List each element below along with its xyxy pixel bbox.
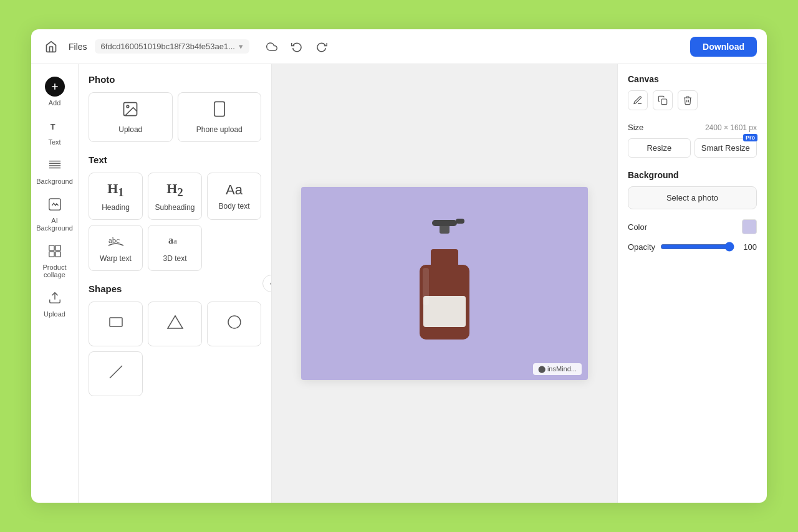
warp-text-icon: abc: [108, 233, 124, 250]
home-button[interactable]: [41, 37, 61, 57]
cloud-sync-button[interactable]: [262, 37, 282, 57]
product-bottle: [401, 215, 488, 352]
chevron-down-icon: ▾: [239, 42, 243, 51]
opacity-slider[interactable]: [660, 242, 734, 252]
sidebar-upload-label: Upload: [44, 310, 65, 318]
text-section-title: Text: [89, 154, 261, 165]
svg-rect-27: [432, 220, 457, 226]
size-label: Size: [628, 123, 643, 132]
phone-upload-item[interactable]: Phone upload: [178, 92, 262, 142]
canvas-section: Canvas: [628, 74, 757, 110]
add-label: Add: [49, 99, 61, 107]
panel-collapse-button[interactable]: ‹: [262, 275, 272, 292]
delete-tool-button[interactable]: [678, 90, 698, 110]
canvas-title: Canvas: [628, 74, 757, 84]
svg-point-14: [127, 105, 129, 108]
shapes-section: Shapes: [89, 283, 261, 396]
upload-icon: [48, 291, 62, 308]
opacity-slider-wrap: [660, 242, 734, 252]
color-swatch[interactable]: [742, 219, 757, 234]
size-value: 2400 × 1601 px: [705, 123, 757, 132]
rectangle-shape-item[interactable]: [89, 302, 143, 346]
body-text-item[interactable]: Aa Body text: [207, 173, 261, 220]
sidebar-item-upload[interactable]: Upload: [35, 286, 75, 323]
top-bar: Files 6fdcd160051019bc18f73b4fe53ae1... …: [31, 29, 767, 64]
color-row: Color: [628, 219, 757, 234]
canvas: ⬤ insMind...: [301, 187, 588, 380]
background-icon: [48, 158, 62, 175]
svg-rect-10: [49, 252, 54, 257]
body-text-icon: Aa: [226, 182, 243, 198]
warp-text-label: Warp text: [100, 254, 132, 263]
select-photo-button[interactable]: Select a photo: [628, 186, 757, 209]
svg-line-23: [110, 366, 122, 378]
style-tool-button[interactable]: [628, 90, 648, 110]
file-name-display[interactable]: 6fdcd160051019bc18f73b4fe53ae1... ▾: [95, 39, 249, 54]
opacity-value: 100: [739, 242, 757, 252]
upload-photo-icon: [122, 100, 139, 121]
upload-photo-item[interactable]: Upload: [89, 92, 173, 142]
circle-shape-item[interactable]: [207, 302, 261, 346]
resize-button[interactable]: Resize: [628, 138, 691, 158]
watermark: ⬤ insMind...: [533, 363, 582, 375]
shapes-grid: [89, 302, 261, 396]
line-shape-item[interactable]: [89, 351, 143, 396]
sidebar-item-background[interactable]: Background: [35, 153, 75, 190]
sidebar-item-product-collage[interactable]: Product collage: [35, 239, 75, 283]
svg-text:a: a: [168, 235, 173, 245]
text-section: Text H1 Heading H2 Subheading Aa Body te…: [89, 154, 261, 271]
background-title: Background: [628, 170, 757, 180]
left-panel: Photo Upload: [79, 64, 272, 503]
svg-rect-9: [55, 245, 60, 250]
background-section: Background Select a photo Color Opacity …: [628, 170, 757, 252]
svg-rect-28: [456, 219, 464, 224]
collage-icon: [48, 244, 62, 261]
subheading-item[interactable]: H2 Subheading: [148, 173, 202, 220]
sidebar-collage-label: Product collage: [39, 264, 71, 278]
3d-text-icon: a a: [167, 233, 183, 250]
line-icon: [107, 363, 125, 384]
resize-buttons: Resize Smart Resize Pro: [628, 138, 757, 158]
text-grid: H1 Heading H2 Subheading Aa Body text: [89, 173, 261, 271]
photo-grid: Upload Phone upload: [89, 92, 261, 142]
3d-text-label: 3D text: [163, 254, 186, 263]
subheading-label: Subheading: [155, 203, 195, 212]
svg-rect-20: [110, 318, 122, 326]
canvas-area[interactable]: ⬤ insMind...: [272, 64, 617, 503]
canvas-toolbar: [628, 90, 757, 110]
heading-icon: H1: [107, 181, 123, 199]
photo-section-title: Photo: [89, 74, 261, 85]
svg-rect-31: [661, 99, 667, 105]
shapes-section-title: Shapes: [89, 283, 261, 294]
files-nav[interactable]: Files: [69, 42, 87, 52]
triangle-shape-item[interactable]: [148, 302, 202, 346]
sidebar-ai-bg-label: AI Background: [36, 217, 73, 232]
phone-upload-label: Phone upload: [196, 125, 243, 134]
svg-text:a: a: [173, 237, 177, 245]
circle-icon: [226, 313, 243, 335]
svg-rect-25: [431, 249, 458, 268]
svg-text:T: T: [50, 122, 55, 131]
add-icon: [45, 77, 65, 97]
text-icon: T: [48, 119, 62, 136]
sidebar-item-ai-background[interactable]: AI Background: [35, 192, 75, 237]
svg-rect-15: [214, 102, 224, 116]
right-panel: Canvas: [617, 64, 767, 503]
pro-badge: Pro: [743, 134, 757, 141]
download-button[interactable]: Download: [690, 37, 757, 57]
sidebar-item-text[interactable]: T Text: [35, 114, 75, 151]
sidebar-item-add[interactable]: Add: [35, 72, 75, 112]
3d-text-item[interactable]: a a 3D text: [148, 225, 202, 271]
duplicate-tool-button[interactable]: [653, 90, 673, 110]
icon-sidebar: Add T Text Background: [31, 64, 79, 503]
size-section: Size 2400 × 1601 px Resize Smart Resize …: [628, 123, 757, 158]
sidebar-background-label: Background: [36, 178, 73, 185]
svg-point-22: [228, 316, 241, 328]
smart-resize-button[interactable]: Smart Resize Pro: [695, 138, 757, 158]
warp-text-item[interactable]: abc Warp text: [89, 225, 143, 271]
triangle-icon: [166, 313, 184, 335]
undo-button[interactable]: [287, 37, 307, 57]
redo-button[interactable]: [312, 37, 332, 57]
heading-label: Heading: [102, 203, 130, 212]
heading-item[interactable]: H1 Heading: [89, 173, 143, 220]
